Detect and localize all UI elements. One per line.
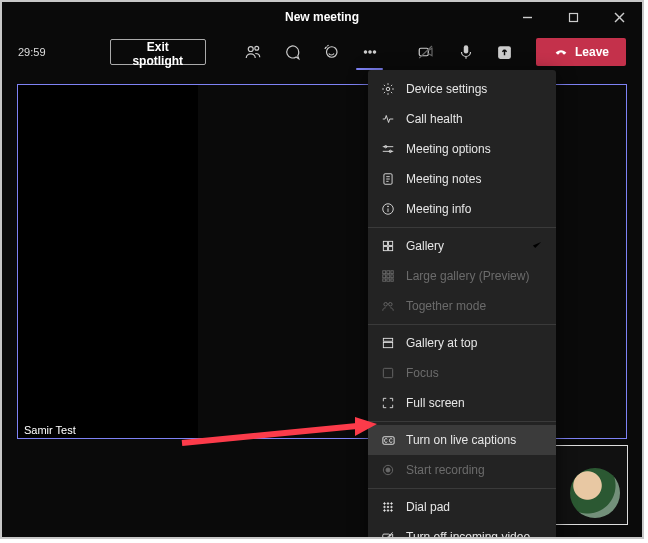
svg-point-55 — [391, 510, 393, 512]
svg-rect-29 — [389, 247, 393, 251]
checkmark-icon — [530, 238, 544, 255]
svg-rect-10 — [420, 48, 429, 56]
svg-rect-42 — [383, 342, 392, 347]
info-icon — [380, 201, 396, 217]
svg-point-51 — [387, 506, 389, 508]
svg-point-47 — [384, 503, 386, 505]
exit-spotlight-button[interactable]: Exit spotlight — [110, 39, 206, 65]
svg-rect-35 — [391, 275, 393, 278]
svg-point-6 — [326, 47, 337, 58]
svg-point-40 — [389, 303, 393, 307]
share-icon[interactable] — [487, 37, 522, 67]
meeting-toolbar: 29:59 Exit spotlight Leave — [2, 32, 642, 72]
annotation-arrow — [177, 414, 387, 454]
svg-point-39 — [384, 303, 388, 307]
sliders-icon — [380, 141, 396, 157]
menu-live-captions[interactable]: Turn on live captions — [368, 425, 556, 455]
teams-meeting-window: New meeting 29:59 Exit spotlight Leave — [0, 0, 644, 539]
menu-start-recording: Start recording — [368, 455, 556, 485]
fullscreen-icon — [380, 395, 396, 411]
svg-rect-33 — [383, 275, 386, 278]
svg-point-46 — [386, 468, 390, 472]
more-actions-menu: Device settings Call health Meeting opti… — [368, 70, 556, 539]
menu-meeting-notes[interactable]: Meeting notes — [368, 164, 556, 194]
gear-icon — [380, 81, 396, 97]
menu-gallery[interactable]: Gallery — [368, 231, 556, 261]
pulse-icon — [380, 111, 396, 127]
svg-rect-12 — [463, 45, 468, 53]
svg-point-8 — [369, 51, 371, 53]
more-actions-icon[interactable] — [352, 37, 387, 67]
menu-gallery-at-top[interactable]: Gallery at top — [368, 328, 556, 358]
svg-point-49 — [391, 503, 393, 505]
record-icon — [380, 462, 396, 478]
svg-point-25 — [388, 206, 389, 207]
dialpad-icon — [380, 499, 396, 515]
svg-rect-43 — [383, 368, 392, 377]
svg-rect-38 — [391, 279, 393, 281]
svg-rect-30 — [383, 271, 386, 274]
focus-icon — [380, 365, 396, 381]
meeting-timer: 29:59 — [18, 46, 53, 58]
large-grid-icon — [380, 268, 396, 284]
menu-meeting-options[interactable]: Meeting options — [368, 134, 556, 164]
svg-rect-34 — [387, 275, 390, 278]
svg-rect-27 — [389, 241, 393, 245]
svg-point-54 — [387, 510, 389, 512]
menu-focus: Focus — [368, 358, 556, 388]
menu-together-mode: Together mode — [368, 291, 556, 321]
avatar — [570, 468, 620, 518]
camera-icon[interactable] — [409, 37, 444, 67]
participants-icon[interactable] — [235, 37, 270, 67]
menu-meeting-info[interactable]: Meeting info — [368, 194, 556, 224]
menu-large-gallery: Large gallery (Preview) — [368, 261, 556, 291]
grid-icon — [380, 238, 396, 254]
svg-rect-41 — [383, 338, 392, 341]
svg-point-4 — [248, 47, 253, 52]
leave-button[interactable]: Leave — [536, 38, 626, 66]
menu-dial-pad[interactable]: Dial pad — [368, 492, 556, 522]
svg-point-9 — [373, 51, 375, 53]
mic-icon[interactable] — [448, 37, 483, 67]
leave-label: Leave — [575, 45, 609, 59]
svg-rect-28 — [383, 247, 387, 251]
svg-point-50 — [384, 506, 386, 508]
menu-incoming-video[interactable]: Turn off incoming video — [368, 522, 556, 539]
chat-icon[interactable] — [274, 37, 309, 67]
svg-rect-26 — [383, 241, 387, 245]
menu-full-screen[interactable]: Full screen — [368, 388, 556, 418]
menu-call-health[interactable]: Call health — [368, 104, 556, 134]
svg-point-53 — [384, 510, 386, 512]
notes-icon — [380, 171, 396, 187]
people-icon — [380, 298, 396, 314]
reactions-icon[interactable] — [313, 37, 348, 67]
svg-point-52 — [391, 506, 393, 508]
svg-point-7 — [364, 51, 366, 53]
title-bar: New meeting — [2, 2, 642, 32]
svg-point-14 — [386, 87, 390, 91]
window-title: New meeting — [2, 10, 642, 24]
svg-rect-32 — [391, 271, 393, 274]
svg-line-57 — [383, 532, 393, 539]
svg-rect-36 — [383, 279, 386, 281]
gallery-top-icon — [380, 335, 396, 351]
video-off-icon — [380, 529, 396, 539]
svg-rect-37 — [387, 279, 390, 281]
menu-device-settings[interactable]: Device settings — [368, 74, 556, 104]
svg-rect-31 — [387, 271, 390, 274]
svg-point-48 — [387, 503, 389, 505]
svg-marker-59 — [355, 417, 377, 436]
presenter-name: Samir Test — [18, 422, 82, 438]
svg-point-5 — [254, 46, 258, 50]
svg-line-58 — [182, 426, 357, 443]
